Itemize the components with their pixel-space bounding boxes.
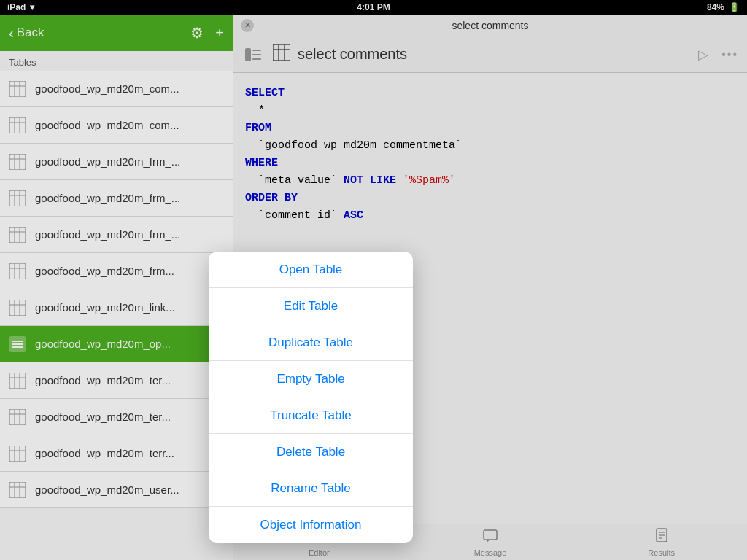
context-menu-item-edit-table[interactable]: Edit Table [209,288,413,324]
context-menu-item-empty-table[interactable]: Empty Table [209,361,413,397]
context-menu-item-duplicate-table[interactable]: Duplicate Table [209,324,413,361]
context-menu-item-object-information[interactable]: Object Information [209,507,413,543]
context-menu-item-open-table[interactable]: Open Table [209,252,413,288]
context-menu: Open TableEdit TableDuplicate TableEmpty… [209,252,413,543]
context-menu-item-truncate-table[interactable]: Truncate Table [209,397,413,434]
context-menu-item-delete-table[interactable]: Delete Table [209,434,413,470]
context-menu-item-rename-table[interactable]: Rename Table [209,470,413,507]
